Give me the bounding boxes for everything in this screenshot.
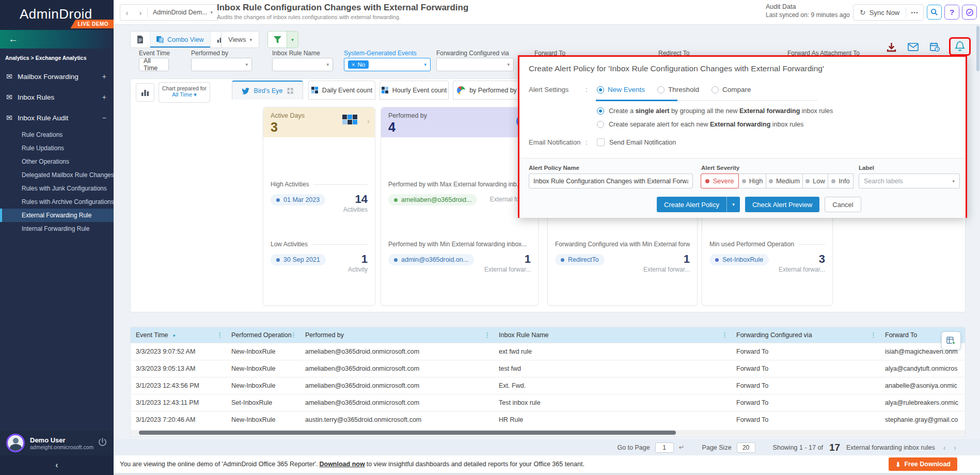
create-policy-dropdown-button[interactable]: ▾ [726,197,740,212]
chart-tab-birds-eye[interactable]: Bird's Eye [232,81,303,100]
nav-back-icon[interactable]: ‹ [120,8,134,17]
column-menu-icon[interactable]: ⋮ [721,331,728,339]
inbox-rule-name-filter[interactable]: ▾ [272,58,333,71]
collapse-minus-icon[interactable]: − [102,114,106,122]
sidebar-item-rules-with-archive-configurations[interactable]: Rules with Archive Configurations [0,195,114,209]
sidebar-item-external-forwarding-rule[interactable]: External Forwarding Rule [0,209,114,222]
page-size-input[interactable] [737,442,755,453]
filter-button[interactable] [268,31,287,48]
policy-name-input[interactable] [529,173,693,188]
system-generated-events-filter[interactable]: × No ▾ [344,58,431,71]
value-chip[interactable]: RedirectTo [555,254,605,265]
sidebar-group-inbox-rule-audit[interactable]: ✉ Inbox Rule Audit − [0,107,114,128]
prev-page-icon[interactable]: ‹ [943,444,946,452]
column-menu-icon[interactable]: ⋮ [216,331,223,339]
sidebar-item-delegated-mailbox-rule-changes[interactable]: Delegated Mailbox Rule Changes [0,168,114,182]
column-header-performed-by[interactable]: Performed by ⋮ [300,327,494,343]
radio-icon[interactable] [712,86,719,93]
radio-selected-icon[interactable] [597,107,604,115]
column-menu-icon[interactable]: ⋮ [484,331,491,339]
sync-now-button[interactable]: ↻ Sync Now [853,8,906,17]
user-chip[interactable]: admin@o365droid.on... [388,254,474,265]
more-options-button[interactable]: ••• [906,9,923,15]
expand-plus-icon[interactable]: + [102,93,106,101]
goto-page-input[interactable] [655,442,674,453]
download-now-link[interactable]: Download now [319,461,365,468]
mode-threshold[interactable]: Threshold [657,86,699,93]
severity-info[interactable]: Info [828,173,853,188]
chart-prepared-for-button[interactable]: Chart prepared for All Time ▾ [159,82,210,103]
column-header-event-time[interactable]: Event Time ▾ ⋮ [131,327,226,343]
sidebar-item-rules-with-junk-configurations[interactable]: Rules with Junk Configurations [0,182,114,195]
operation-chip[interactable]: Set-InboxRule [709,254,769,265]
column-menu-icon[interactable]: ⋮ [870,331,877,339]
cancel-button[interactable]: Cancel [825,197,861,212]
date-chip[interactable]: 30 Sep 2021 [271,254,326,265]
sidebar-collapse-bar[interactable]: ‹ [0,455,114,475]
severity-medium[interactable]: Medium [766,173,803,188]
event-time-filter[interactable]: All Time [139,58,169,71]
column-chooser-button[interactable] [941,331,961,350]
chart-tab-hourly-event-count[interactable]: Hourly Event count [380,81,449,100]
alert-policy-button[interactable] [953,39,967,53]
severity-option-label: Severe [713,177,734,185]
card-chevron-icon[interactable]: › [367,117,370,126]
power-icon[interactable] [98,437,107,449]
column-header-forwarding-configured-via[interactable]: Forwarding Configured via ⋮ [731,327,880,343]
send-email-checkbox[interactable] [597,138,605,146]
search-button[interactable] [927,5,942,20]
back-arrow-icon[interactable]: ← [8,34,18,45]
tab-table-view[interactable] [131,31,150,48]
schedule-report-button[interactable] [927,40,942,54]
activity-status-button[interactable] [962,5,977,20]
check-alert-preview-button[interactable]: Check Alert Preview [745,197,819,212]
next-page-icon[interactable]: › [954,444,956,452]
chart-tab-by-performed-by[interactable]: by Performed by [453,81,521,100]
export-report-button[interactable] [884,40,898,54]
option-single-alert[interactable]: Create a single alert by grouping all th… [597,107,833,115]
email-report-button[interactable] [906,40,920,54]
sidebar-item-internal-forwarding-rule[interactable]: Internal Forwarding Rule [0,222,114,235]
sidebar-item-rule-creations[interactable]: Rule Creations [0,128,114,141]
radio-icon[interactable] [657,86,665,93]
mode-compare[interactable]: Compare [712,86,751,93]
filter-dropdown-button[interactable]: ▾ [287,31,298,48]
nav-forward-icon[interactable]: › [134,8,147,17]
collapse-chevron-icon[interactable]: ‹ [55,461,58,470]
user-chip[interactable]: ameliaben@o365droid... [388,194,477,205]
label-search-select[interactable]: Search labels ▾ [859,173,960,188]
avatar[interactable] [6,434,25,452]
option-separate-alert[interactable]: Create separate alert for each new Exter… [597,121,803,128]
forwarding-configured-via-filter[interactable]: ▾ [436,58,514,71]
column-header-performed-operation[interactable]: Performed Operation ⋮ [226,327,300,343]
chip-close-icon[interactable]: × [352,61,355,68]
radio-icon[interactable] [597,121,604,128]
sort-desc-icon[interactable]: ▾ [173,333,176,338]
chart-tab-daily-event-count[interactable]: Daily Event count [308,81,375,100]
mode-new-events[interactable]: New Events [597,86,645,93]
sidebar-item-other-operations[interactable]: Other Operations [0,155,114,168]
sidebar-group-mailbox-forwarding[interactable]: ✉ Mailbox Forwarding + [0,66,114,87]
performed-by-filter[interactable]: ▾ [191,58,252,71]
severity-severe[interactable]: Severe [701,173,739,188]
expand-icon[interactable] [287,87,294,94]
horizontal-scrollbar-track[interactable] [131,430,965,435]
severity-low[interactable]: Low [802,173,828,188]
create-alert-policy-button[interactable]: Create Alert Policy [657,197,726,212]
tab-combo-view[interactable]: Combo View [150,31,211,48]
sidebar-group-inbox-rules[interactable]: ✉ Inbox Rules + [0,87,114,107]
expand-plus-icon[interactable]: + [102,72,106,81]
column-menu-icon[interactable]: ⋮ [290,331,297,339]
column-header-inbox-rule-name[interactable]: Inbox Rule Name ⋮ [494,327,731,343]
horizontal-scrollbar-thumb[interactable] [139,431,676,435]
free-download-button[interactable]: ⬇ Free Download [889,457,957,471]
sidebar-item-rule-updations[interactable]: Rule Updations [0,141,114,155]
chart-type-button[interactable] [136,83,154,102]
views-dropdown-button[interactable]: Views ▾ [221,31,259,48]
radio-selected-icon[interactable] [597,86,604,93]
help-button[interactable]: ? [944,5,959,20]
vertical-scrollbar-thumb[interactable] [976,26,979,71]
workspace-name[interactable]: AdminDroid Dem... [148,9,211,16]
date-chip[interactable]: 01 Mar 2023 [271,194,325,205]
severity-high[interactable]: High [738,173,766,188]
